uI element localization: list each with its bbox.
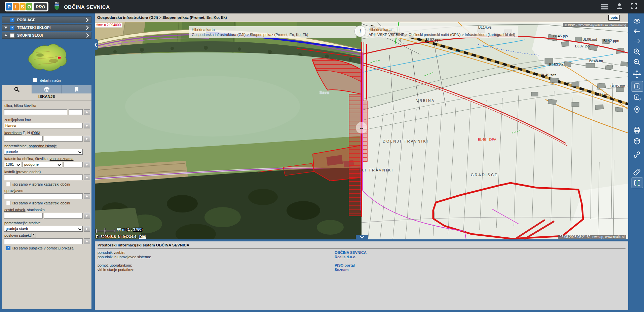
forward-button[interactable] bbox=[632, 36, 642, 46]
sidebar-item-skupni-sloji[interactable]: SKUPNI SLOJI bbox=[2, 32, 91, 39]
page-title: OBČINA SEVNICA bbox=[64, 4, 110, 10]
house-number-input[interactable] bbox=[69, 109, 83, 115]
coordinate-e-input[interactable] bbox=[4, 136, 43, 142]
fullscreen-icon[interactable] bbox=[631, 3, 637, 11]
triangle-down-icon[interactable] bbox=[4, 27, 7, 29]
plan-label: BL45.pjo bbox=[553, 34, 568, 38]
realestate-select[interactable]: parcele bbox=[4, 149, 83, 155]
coordinate-n-input[interactable] bbox=[44, 136, 83, 142]
plan-label: BL42.ppn bbox=[603, 39, 619, 43]
business-entity-icon[interactable] bbox=[32, 233, 36, 237]
zoom-in-button[interactable] bbox=[632, 47, 642, 57]
footer-row-label: viri in stanje podatkov: bbox=[98, 268, 134, 272]
location-pin-button[interactable] bbox=[632, 105, 642, 115]
info-footer-panel: Prostorski informacijski sistem OBČINA S… bbox=[95, 241, 628, 310]
river-label: Sava bbox=[319, 90, 329, 94]
opis-button[interactable]: opis bbox=[608, 15, 620, 21]
measure-ruler-button[interactable] bbox=[632, 167, 642, 177]
geoname-search-button[interactable]: ▶ bbox=[84, 123, 90, 128]
podlage-checkbox[interactable] bbox=[10, 18, 14, 22]
map-extent-marker bbox=[58, 56, 61, 59]
road-section-link[interactable]: cestni odsek bbox=[4, 208, 25, 212]
footer-row-link[interactable]: Seznam bbox=[335, 268, 349, 272]
layer-tooltip-right: Hibridna karta ARHIVSKE VSEBINE > Občins… bbox=[366, 26, 518, 38]
tab-layers[interactable] bbox=[32, 85, 62, 93]
road-search-button[interactable]: ▶ bbox=[84, 213, 90, 219]
cadastral-name-select[interactable]: podgorje bbox=[23, 162, 62, 167]
cube-3d-button[interactable] bbox=[632, 136, 642, 146]
swipe-handle-icon: ↔ bbox=[359, 125, 364, 131]
skupni-checkbox[interactable] bbox=[10, 33, 14, 38]
sidebar-item-podlage[interactable]: PODLAGE bbox=[2, 16, 91, 23]
share-link-button[interactable] bbox=[632, 150, 642, 160]
plan-label: BL48.tm bbox=[589, 59, 603, 63]
print-button[interactable] bbox=[632, 125, 642, 135]
section-label: TEMATSKI SKLOPI bbox=[17, 26, 50, 30]
list-entry-link[interactable]: vnos seznama bbox=[50, 157, 74, 161]
geoname-label: zemljepisno ime bbox=[4, 118, 31, 122]
manager-input[interactable] bbox=[4, 193, 83, 199]
info-bubble-icon[interactable]: i bbox=[354, 26, 366, 37]
back-button[interactable] bbox=[632, 26, 642, 36]
cadastral-search-button[interactable]: ▶ bbox=[84, 162, 90, 167]
collapse-sidebar-button[interactable]: ❮ bbox=[93, 39, 98, 50]
layer-tooltip-left: Hibridna karta Gospodarska infrastruktur… bbox=[189, 26, 356, 38]
collapse-bottom-panel-button[interactable] bbox=[356, 235, 368, 239]
swipe-compare-button[interactable] bbox=[632, 178, 643, 188]
coordinate-link[interactable]: koordinata bbox=[4, 131, 22, 135]
business-area-only-checkbox[interactable] bbox=[6, 246, 10, 250]
manager-cadastral-only-checkbox[interactable] bbox=[6, 201, 10, 205]
coordinate-search-button[interactable]: ▶ bbox=[84, 136, 90, 142]
road-section-input[interactable] bbox=[4, 213, 43, 219]
piso-logo[interactable]: P I S O PRO bbox=[5, 2, 48, 11]
footer-row-link[interactable]: Realis d.o.o. bbox=[335, 255, 356, 259]
business-input[interactable] bbox=[4, 238, 83, 244]
detail-mode-checkbox[interactable] bbox=[33, 78, 37, 82]
app-window: P I S O PRO OBČINA SEVNICA bbox=[0, 0, 644, 312]
services-select[interactable]: gradnja stavb bbox=[4, 226, 83, 232]
map-canvas[interactable]: time = 2.094000 © PISO - SEVNICA(podatki… bbox=[95, 22, 628, 239]
parcel-number-input[interactable] bbox=[64, 162, 83, 167]
business-search-button[interactable]: ▶ bbox=[84, 238, 90, 244]
services-search-button[interactable]: ▶ bbox=[84, 226, 90, 232]
chevron-right-icon bbox=[84, 26, 89, 30]
chevron-down-icon bbox=[360, 234, 364, 239]
footer-row-link[interactable]: PISO portal bbox=[335, 263, 355, 267]
datum-link[interactable]: D96 bbox=[32, 131, 39, 135]
cadastral-label: katastrska občina, številka, vnos seznam… bbox=[4, 157, 73, 161]
pan-button[interactable] bbox=[632, 69, 642, 79]
geoname-input[interactable] bbox=[4, 123, 83, 128]
zoom-out-button[interactable] bbox=[632, 57, 642, 67]
tab-search[interactable] bbox=[2, 85, 32, 93]
cadastral-code-select[interactable]: 1361 bbox=[4, 162, 21, 167]
user-icon[interactable] bbox=[616, 2, 623, 11]
street-input[interactable] bbox=[4, 109, 67, 115]
owner-search-button[interactable]: ▶ bbox=[84, 174, 90, 180]
view-mode-button[interactable] bbox=[632, 16, 642, 26]
plan-label: BL06.jgd bbox=[582, 37, 597, 41]
swipe-handle[interactable]: ↔ bbox=[356, 122, 367, 133]
menu-icon[interactable] bbox=[601, 3, 608, 10]
street-search-button[interactable]: ▶ bbox=[84, 109, 90, 115]
owner-label: lastnik (pravne osebe) bbox=[4, 170, 41, 174]
datum-badge[interactable]: D96 bbox=[138, 235, 147, 239]
footer-row-link[interactable]: OBČINA SEVNICA bbox=[335, 250, 367, 255]
coordinate-label: koordinata E, N (D96) bbox=[4, 131, 40, 135]
scale-ratio-link[interactable]: 3780 bbox=[133, 227, 141, 231]
chainage-input[interactable] bbox=[44, 213, 83, 219]
info-group-tool-button[interactable] bbox=[632, 92, 642, 103]
owner-input[interactable] bbox=[4, 174, 83, 180]
manager-search-button[interactable]: ▶ bbox=[84, 193, 90, 199]
sidebar-item-tematski-sklopi[interactable]: TEMATSKI SKLOPI bbox=[2, 24, 91, 31]
tab-bookmarks[interactable] bbox=[62, 85, 91, 93]
overview-map[interactable] bbox=[23, 42, 70, 76]
tematski-checkbox[interactable] bbox=[10, 26, 14, 30]
info-tool-button[interactable] bbox=[632, 81, 643, 92]
advanced-search-link[interactable]: napredno iskanje bbox=[29, 144, 57, 148]
footer-row-label: pomoč uporabnikom: bbox=[98, 263, 132, 267]
triangle-up-icon[interactable] bbox=[4, 34, 7, 36]
area-label: IKI TRAVNIKI bbox=[359, 168, 393, 172]
owner-cadastral-only-checkbox[interactable] bbox=[6, 182, 10, 186]
plan-label: BL14.vs bbox=[478, 25, 492, 29]
plan-label: BL41.tm bbox=[595, 93, 608, 97]
